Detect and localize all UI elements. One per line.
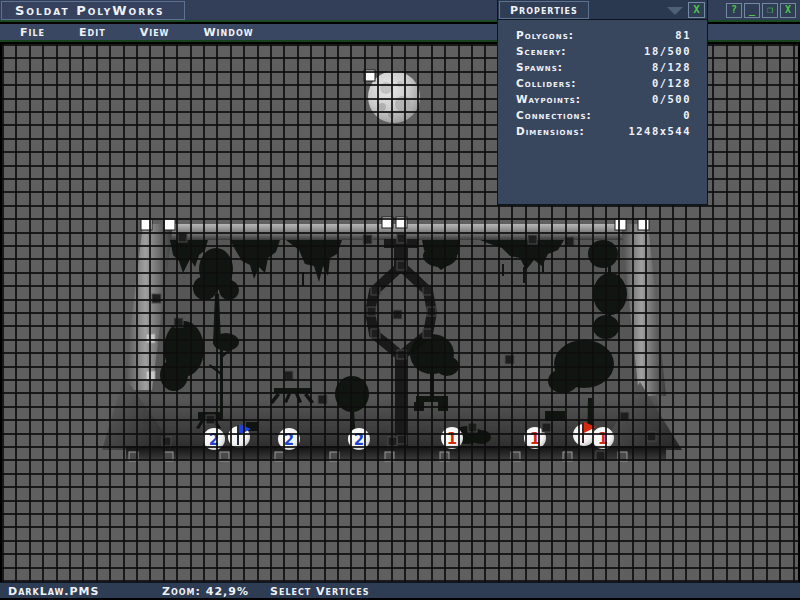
property-value: 0	[683, 109, 691, 125]
vertex-handle[interactable]	[275, 452, 284, 461]
property-value: 8/128	[652, 61, 691, 77]
status-file-name: DarkLaw.PMS	[8, 585, 99, 598]
panel-close-icon[interactable]: X	[688, 2, 705, 18]
vertex-handle[interactable]	[178, 233, 187, 242]
property-value: 0/500	[652, 93, 691, 109]
vertex-handle[interactable]	[468, 423, 477, 432]
vertex-handle[interactable]	[565, 237, 574, 246]
vertex-handle[interactable]	[318, 395, 327, 404]
selected-vertex-handle[interactable]	[141, 219, 152, 230]
selected-vertex-handle[interactable]	[615, 219, 626, 230]
vertex-handle[interactable]	[528, 235, 537, 244]
vertex-handle[interactable]	[363, 235, 372, 244]
selected-vertex-handle[interactable]	[164, 219, 175, 230]
panel-title: Properties	[510, 4, 578, 17]
spawn-point-bravo[interactable]: 2	[203, 428, 225, 450]
vertex-handle[interactable]	[563, 452, 572, 461]
moon-scenery[interactable]	[368, 71, 420, 123]
close-button[interactable]: X	[780, 3, 796, 18]
vertex-handle[interactable]	[397, 350, 406, 359]
svg-text:1: 1	[530, 430, 540, 448]
vertex-handle[interactable]	[146, 371, 155, 380]
vertex-handle[interactable]	[423, 286, 432, 295]
spawn-point-alpha[interactable]: 1	[592, 427, 614, 449]
property-value: 81	[675, 29, 691, 45]
svg-text:1: 1	[598, 430, 608, 448]
vertex-handle[interactable]	[330, 452, 339, 461]
vertex-handle[interactable]	[371, 286, 380, 295]
chevron-down-icon[interactable]	[667, 7, 683, 15]
minimize-button[interactable]: _	[744, 3, 760, 18]
spawn-point-bravo[interactable]: 2	[348, 428, 370, 450]
vertex-handle[interactable]	[220, 452, 229, 461]
property-row-colliders: Colliders: 0/128	[498, 77, 707, 93]
vertex-handle[interactable]	[393, 310, 402, 319]
property-value: 1248x544	[628, 125, 691, 141]
vertex-handle[interactable]	[371, 329, 380, 338]
property-row-spawns: Spawns: 8/128	[498, 61, 707, 77]
help-button[interactable]: ?	[726, 3, 742, 18]
menu-item-window[interactable]: Window	[203, 26, 253, 39]
vertex-handle[interactable]	[423, 329, 432, 338]
menu-item-edit[interactable]: Edit	[79, 26, 106, 39]
restore-button[interactable]: ❐	[762, 3, 778, 18]
selected-vertex-handle[interactable]	[382, 217, 393, 228]
status-zoom: Zoom: 42,9%	[162, 585, 249, 598]
vertex-handle[interactable]	[367, 307, 376, 316]
vertex-handle[interactable]	[397, 435, 406, 444]
vertex-handle[interactable]	[440, 452, 449, 461]
property-row-waypoints: Waypoints: 0/500	[498, 93, 707, 109]
vertex-handle[interactable]	[174, 318, 183, 327]
svg-text:2: 2	[209, 431, 219, 449]
window-controls: ? _ ❐ X	[726, 3, 796, 18]
svg-text:2: 2	[284, 431, 294, 449]
selected-vertex-handle[interactable]	[396, 217, 407, 228]
selected-vertex-handle[interactable]	[638, 219, 649, 230]
app-title: Soldat PolyWorks	[15, 3, 165, 18]
svg-text:1: 1	[447, 430, 457, 448]
property-value: 18/500	[644, 45, 691, 61]
vertex-handle[interactable]	[385, 452, 394, 461]
property-row-connections: Connections: 0	[498, 109, 707, 125]
properties-panel-header[interactable]: Properties X	[498, 0, 707, 20]
status-bar: DarkLaw.PMS Zoom: 42,9% Select Vertices	[0, 582, 800, 600]
property-row-scenery: Scenery: 18/500	[498, 45, 707, 61]
vertex-handle[interactable]	[397, 234, 406, 243]
property-row-dimensions: Dimensions: 1248x544	[498, 125, 707, 141]
vertex-handle[interactable]	[511, 452, 520, 461]
vertex-handle[interactable]	[206, 415, 215, 424]
property-row-polygons: Polygons: 81	[498, 29, 707, 45]
vertex-handle[interactable]	[284, 371, 293, 380]
spawn-point-alpha[interactable]: 1	[441, 427, 463, 449]
vertex-handle[interactable]	[146, 334, 155, 343]
spawn-point-bravo[interactable]: 2	[278, 428, 300, 450]
vertex-handle[interactable]	[505, 355, 514, 364]
properties-panel: Properties X Polygons: 81 Scenery: 18/50…	[497, 0, 708, 205]
vertex-handle[interactable]	[388, 437, 397, 446]
polyworks-window: Soldat PolyWorks ? _ ❐ X File Edit View …	[0, 0, 800, 600]
vertex-handle[interactable]	[427, 307, 436, 316]
vertex-handle[interactable]	[596, 451, 605, 460]
svg-text:2: 2	[354, 431, 364, 449]
vertex-handle[interactable]	[164, 452, 173, 461]
vertex-handle[interactable]	[542, 423, 551, 432]
app-title-tab: Soldat PolyWorks	[1, 1, 185, 20]
properties-rows: Polygons: 81 Scenery: 18/500 Spawns: 8/1…	[498, 20, 707, 141]
status-tool: Select Vertices	[270, 585, 369, 598]
menu-item-file[interactable]: File	[20, 26, 45, 39]
menu-item-view[interactable]: View	[140, 26, 170, 39]
vertex-handle[interactable]	[647, 432, 656, 441]
vertex-handle[interactable]	[397, 261, 406, 270]
vertex-handle[interactable]	[162, 437, 171, 446]
vertex-handle[interactable]	[152, 294, 161, 303]
selected-vertex-handle[interactable]	[364, 70, 375, 81]
vertex-handle[interactable]	[620, 412, 629, 421]
vertex-handle[interactable]	[129, 452, 138, 461]
property-value: 0/128	[652, 77, 691, 93]
vertex-handle[interactable]	[618, 452, 627, 461]
properties-panel-tab: Properties	[499, 1, 589, 19]
